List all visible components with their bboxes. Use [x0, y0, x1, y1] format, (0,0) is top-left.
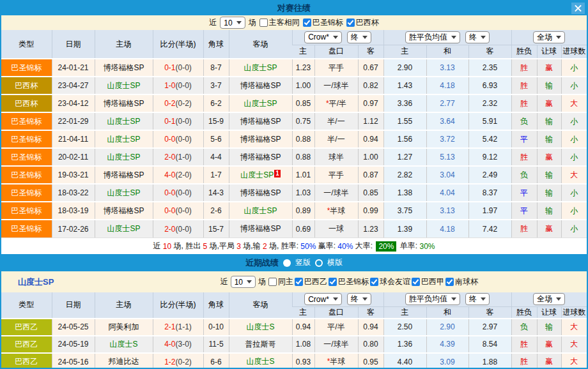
score: 0-1(0-0)	[153, 112, 203, 130]
score: 0-0(0-0)	[153, 130, 203, 148]
close-icon[interactable]	[571, 3, 585, 14]
type-badge: 巴圣锦标	[1, 148, 52, 166]
type-badge: 巴圣锦标	[1, 184, 52, 202]
checkbox-checked-icon[interactable]	[370, 278, 378, 286]
table-row: 巴西杯23-04-12博塔福格SP0-2(0-2)6-2山度士SP0.85*平/…	[1, 94, 587, 112]
water-away: 0.94	[358, 130, 383, 148]
odds-final-select[interactable]: 终	[347, 293, 371, 305]
type-badge: 巴圣锦标	[1, 202, 52, 220]
water-away: 1.23	[358, 220, 383, 237]
table-row: 巴圣锦标21-04-11山度士SP0-0(0-0)5-6博塔福格SP0.88半/…	[1, 130, 587, 148]
match-date: 18-03-19	[52, 202, 95, 220]
type-badge: 巴西乙	[1, 319, 52, 336]
result-wdl: 负	[511, 319, 537, 336]
checkbox-checked-icon[interactable]	[346, 19, 355, 27]
avg-home: 1.43	[383, 77, 426, 94]
checkbox-checked-icon[interactable]	[445, 278, 454, 286]
games-label: 场	[249, 17, 256, 28]
recent-count-select[interactable]: 10	[220, 17, 245, 29]
h2h-summary: 近 10 场, 胜出 5 场,平局 3 场,输 2 场, 胜率: 50% 赢率:…	[1, 237, 587, 254]
summary-segment: 赢率:	[316, 241, 337, 252]
col-water-home: 主	[292, 45, 314, 59]
chevron-down-icon	[333, 36, 338, 39]
filter-checkbox[interactable]: 巴圣锦标	[329, 276, 369, 287]
away-team: 山度士SP	[229, 59, 292, 77]
col-home: 主场	[95, 30, 153, 59]
avg-final-select[interactable]: 终	[465, 31, 490, 43]
table-row: 巴西乙24-05-16邦迪比达1-2(0-2)6-6山度士S0.93*半球0.9…	[1, 353, 587, 369]
water-away: 0.80	[358, 336, 383, 353]
result-handicap: 赢	[537, 59, 561, 77]
scope-select[interactable]: 全场	[533, 31, 565, 43]
away-team: 山度士SP	[229, 202, 292, 220]
filter-checkbox[interactable]: 巴西甲	[412, 276, 444, 287]
filter-checkbox[interactable]: 主客相同	[259, 17, 300, 28]
table-row: 巴西乙24-05-19山度士S4-0(3-0)11-5普拉斯哥1.08一/球半0…	[1, 336, 587, 353]
avg-final-select[interactable]: 终	[465, 293, 490, 305]
result-wdl: 胜	[511, 148, 537, 166]
corners: 5-6	[203, 130, 229, 148]
home-team: 博塔福格SP	[95, 94, 153, 112]
filter-checkbox[interactable]: 巴西杯	[346, 17, 379, 28]
avg-draw: 3.09	[426, 353, 468, 369]
checkbox-unchecked-icon[interactable]	[268, 278, 277, 286]
table-row: 巴圣锦标18-03-19博塔福格SP0-0(0-0)2-6山度士SP0.89*半…	[1, 202, 587, 220]
radio-selected-icon[interactable]	[283, 259, 291, 267]
table-row: 巴圣锦标20-02-11山度士SP2-0(1-0)4-4博塔福格SP0.88球半…	[1, 148, 587, 166]
filter-checkbox[interactable]: 巴圣锦标	[303, 17, 343, 28]
handicap-line: 一/球半	[314, 336, 358, 353]
water-home: 1.23	[292, 59, 314, 77]
odds-company-select[interactable]: Crow*	[304, 31, 342, 43]
col-avg-draw: 和	[426, 45, 468, 59]
table-row: 巴圣锦标24-01-21博塔福格SP0-1(0-0)8-7山度士SP1.23平手…	[1, 59, 587, 77]
filter-checkbox[interactable]: 巴西乙	[295, 276, 327, 287]
avg-away: 2.32	[468, 94, 511, 112]
recent-count-select-2[interactable]: 10	[231, 276, 256, 288]
result-wdl: 平	[511, 184, 537, 202]
result-goals: 大	[561, 353, 587, 369]
result-wdl: 胜	[511, 336, 537, 353]
odds-final-select[interactable]: 终	[347, 31, 371, 43]
summary-segment: 单率:	[398, 241, 419, 252]
checkbox-checked-icon[interactable]	[329, 278, 337, 286]
type-badge: 巴西杯	[1, 94, 52, 112]
handicap-line: 一/球半	[314, 184, 358, 202]
filter-checkbox[interactable]: 南球杯	[445, 276, 478, 287]
home-team: 博塔福格SP	[95, 166, 153, 184]
recent-results-bar: 近期战绩 竖版横版	[1, 254, 587, 271]
odds-company-select[interactable]: Crow*	[304, 293, 342, 305]
filter-checkbox[interactable]: 球会友谊	[370, 276, 410, 287]
avg-type-select[interactable]: 胜平负均值	[405, 31, 460, 43]
result-wdl: 平	[511, 130, 537, 148]
result-handicap: 输	[537, 77, 561, 94]
avg-home: 2.50	[383, 319, 426, 336]
corners: 1-7	[203, 166, 229, 184]
filter-checkbox[interactable]: 同主	[268, 276, 293, 287]
col-handicap: 盘口	[314, 306, 358, 319]
checkbox-checked-icon[interactable]	[303, 19, 311, 27]
avg-home: 1.56	[383, 130, 426, 148]
checkbox-checked-icon[interactable]	[412, 278, 420, 286]
checkbox-checked-icon[interactable]	[295, 278, 303, 286]
avg-home: 4.40	[383, 353, 426, 369]
star-icon: *	[326, 99, 329, 108]
filter-checkbox-group: 同主巴西乙巴圣锦标球会友谊巴西甲南球杯	[268, 276, 478, 287]
result-wdl: 胜	[511, 220, 537, 237]
water-home: 0.75	[292, 112, 314, 130]
result-goals: 大	[561, 94, 587, 112]
radio-unselected-icon[interactable]	[315, 259, 323, 267]
scope-select[interactable]: 全场	[533, 293, 565, 305]
result-handicap: 赢	[537, 148, 561, 166]
col-water-away: 客	[358, 306, 383, 319]
checkbox-unchecked-icon[interactable]	[259, 19, 268, 27]
score: 2-1(1-1)	[153, 319, 203, 336]
handicap-line: 平手	[314, 59, 358, 77]
handicap-line: 半/一	[314, 130, 358, 148]
corners: 6-6	[203, 353, 229, 369]
result-handicap: 输	[537, 112, 561, 130]
checkbox-label: 球会友谊	[380, 276, 410, 287]
avg-type-select[interactable]: 胜平负均值	[405, 293, 460, 305]
result-goals: 小	[561, 77, 587, 94]
type-badge: 巴圣锦标	[1, 220, 52, 237]
table-row: 巴圣锦标17-02-26山度士SP2-0(0-0)15-7博塔福格SP0.69一…	[1, 220, 587, 237]
